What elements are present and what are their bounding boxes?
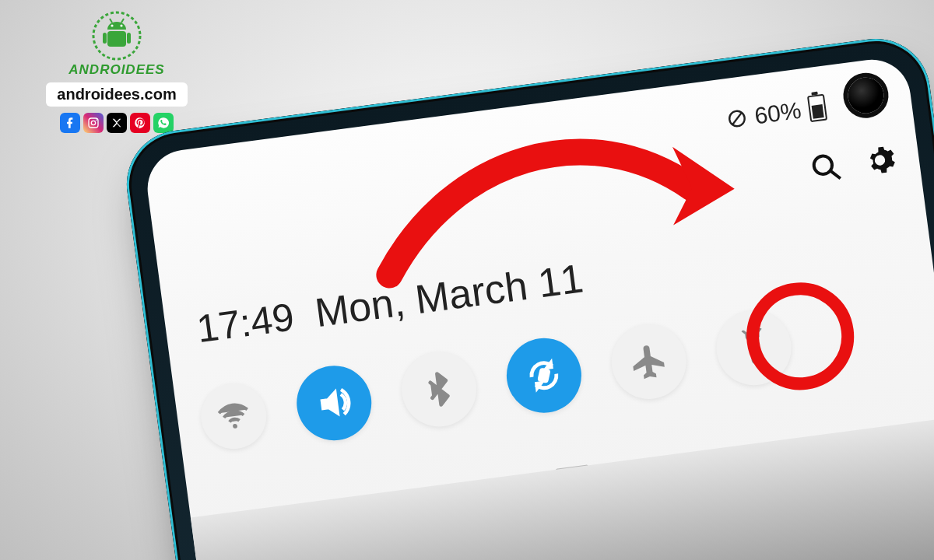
svg-point-15	[233, 424, 238, 429]
panel-actions	[809, 143, 898, 188]
svg-rect-16	[538, 369, 550, 383]
svg-point-4	[111, 24, 113, 26]
toggle-sound[interactable]	[292, 361, 376, 445]
battery-icon	[807, 94, 827, 123]
svg-point-13	[813, 155, 833, 175]
svg-line-18	[751, 327, 752, 331]
svg-line-14	[831, 170, 841, 180]
svg-line-20	[757, 328, 760, 331]
clock-time: 17:49	[195, 294, 297, 352]
toggle-wifi[interactable]	[197, 380, 270, 453]
toggle-bluetooth[interactable]	[397, 348, 481, 432]
status-bar: 60%	[725, 94, 827, 133]
svg-line-19	[743, 330, 746, 333]
svg-rect-3	[127, 33, 131, 44]
svg-line-7	[121, 19, 124, 23]
phone-frame: 60% 17:49 Mon, March 11	[120, 32, 934, 560]
bluetooth-icon	[418, 369, 460, 411]
toggle-airplane[interactable]	[607, 320, 691, 404]
androidees-logo-icon	[92, 11, 142, 61]
toggle-flashlight[interactable]	[712, 306, 796, 390]
toggle-autorotate[interactable]	[502, 334, 586, 418]
volume-icon	[313, 382, 355, 424]
svg-rect-2	[103, 33, 107, 44]
rotate-icon	[523, 355, 565, 397]
thumbnail-stage: ANDROIDEES androidees.com 60%	[0, 0, 934, 560]
airplane-icon	[628, 341, 670, 383]
search-icon[interactable]	[809, 150, 844, 188]
punch-hole-camera	[846, 75, 887, 116]
clock-date: Mon, March 11	[312, 254, 586, 336]
svg-line-6	[110, 19, 112, 23]
brand-name: ANDROIDEES	[43, 62, 191, 78]
gear-icon[interactable]	[862, 143, 897, 181]
svg-point-17	[752, 345, 757, 350]
svg-rect-1	[107, 31, 126, 47]
svg-line-12	[731, 113, 743, 125]
no-sign-icon	[725, 107, 748, 130]
svg-point-5	[120, 24, 122, 26]
phone-screen: 60% 17:49 Mon, March 11	[143, 55, 934, 560]
flashlight-icon	[733, 327, 775, 369]
wifi-icon	[215, 397, 253, 436]
phone-wrapper: 60% 17:49 Mon, March 11	[20, 0, 934, 560]
datetime-row: 17:49 Mon, March 11	[194, 254, 585, 352]
battery-percentage: 60%	[753, 97, 802, 130]
